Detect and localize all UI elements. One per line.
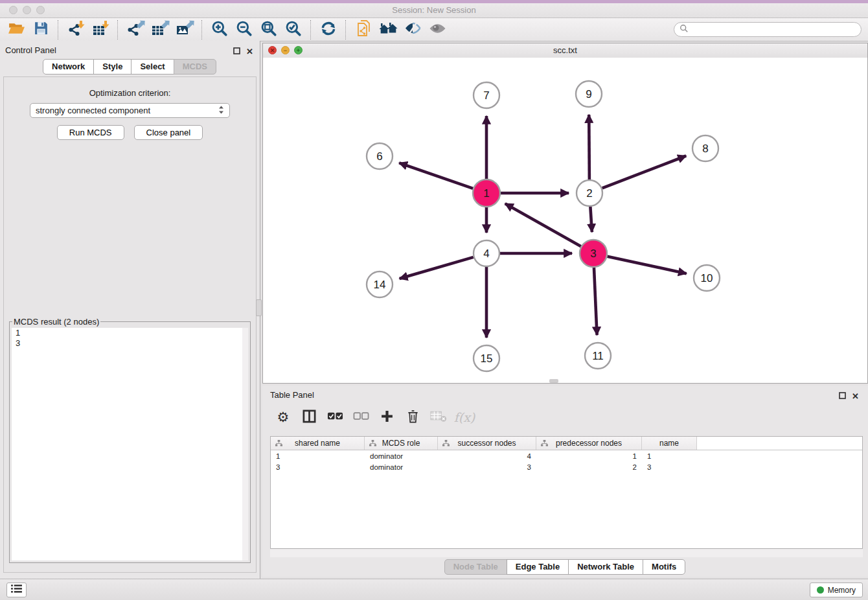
table-cell: 4 — [438, 450, 536, 461]
table-toolbar: ⚙f(x) — [271, 404, 476, 431]
node-label-8: 8 — [702, 143, 708, 155]
node-label-9: 9 — [586, 88, 591, 100]
tab-node-table[interactable]: Node Table — [444, 559, 507, 575]
close-table-panel-icon[interactable]: ✕ — [852, 393, 859, 400]
refresh-button[interactable] — [316, 19, 341, 40]
node-label-15: 15 — [481, 352, 493, 365]
open-session-button[interactable] — [4, 19, 29, 40]
import-table-button[interactable] — [88, 19, 113, 40]
export-table-button[interactable] — [148, 19, 172, 40]
settings-gear-button[interactable]: ⚙ — [271, 406, 295, 428]
memory-button[interactable]: Memory — [810, 583, 863, 597]
edge-2-3[interactable] — [590, 207, 592, 232]
network-canvas[interactable]: 7968124314101511 — [263, 58, 867, 383]
zoom-in-button[interactable] — [207, 19, 232, 40]
criterion-select[interactable]: strongly connected component — [30, 103, 230, 118]
share-document-icon — [356, 19, 371, 40]
search-box[interactable] — [674, 22, 862, 37]
delete-column-icon — [407, 409, 419, 426]
add-column-button[interactable] — [375, 406, 398, 428]
horizontal-splitter-handle[interactable] — [549, 379, 558, 383]
node-label-1: 1 — [483, 187, 489, 200]
node-label-4: 4 — [483, 248, 489, 260]
column-header-MCDS-role[interactable]: MCDS role — [365, 437, 438, 450]
mcds-result-line: 1 — [12, 328, 248, 338]
toolbar-separator — [117, 20, 119, 40]
edge-2-9[interactable] — [589, 115, 589, 179]
tab-mcds[interactable]: MCDS — [174, 59, 216, 75]
edge-1-6[interactable] — [399, 163, 473, 188]
control-panel: Control Panel ✕ NetworkStyleSelectMCDS O… — [0, 41, 260, 579]
export-network-button[interactable] — [123, 19, 148, 40]
save-session-button[interactable] — [29, 19, 53, 40]
zoom-fit-button[interactable] — [257, 19, 281, 40]
column-label: name — [659, 439, 679, 448]
close-panel-icon[interactable]: ✕ — [246, 48, 253, 55]
tab-select[interactable]: Select — [131, 59, 174, 75]
import-network-button[interactable] — [63, 19, 88, 40]
edge-3-1[interactable] — [505, 203, 581, 246]
select-all-checks-icon — [327, 411, 343, 424]
home-button[interactable] — [376, 19, 400, 40]
network-window-titlebar[interactable]: ✕ − + scc.txt — [263, 43, 867, 58]
export-network-icon — [126, 20, 145, 40]
mcds-result-list[interactable]: 13 — [12, 328, 248, 560]
control-panel-tabs: NetworkStyleSelectMCDS — [0, 59, 260, 75]
column-header-successor-nodes[interactable]: successor nodes — [438, 437, 536, 450]
application-window: Session: New Session Control Panel ✕ Net… — [0, 0, 868, 600]
vertical-splitter-handle[interactable] — [256, 299, 262, 316]
result-scrollbar[interactable] — [242, 328, 248, 560]
hierarchy-icon — [275, 439, 282, 449]
table-row[interactable]: 3dominator323 — [271, 461, 862, 472]
column-header-shared-name[interactable]: shared name — [271, 437, 365, 450]
edge-3-11[interactable] — [594, 268, 597, 335]
table-cell: 1 — [642, 450, 697, 461]
close-panel-button[interactable]: Close panel — [134, 125, 203, 140]
float-panel-icon[interactable] — [233, 45, 240, 57]
node-label-10: 10 — [701, 272, 713, 284]
table-cell: 3 — [642, 461, 697, 472]
node-label-6: 6 — [376, 150, 382, 163]
table-row[interactable]: 1dominator411 — [271, 450, 862, 461]
edge-4-14[interactable] — [400, 257, 474, 279]
table-cell: 2 — [536, 461, 642, 472]
toggle-columns-button[interactable] — [297, 406, 321, 428]
tab-network-table[interactable]: Network Table — [568, 559, 643, 575]
zoom-out-button[interactable] — [232, 19, 257, 40]
show-details-button[interactable] — [425, 19, 450, 40]
node-table: shared nameMCDS rolesuccessor nodesprede… — [270, 436, 863, 549]
tab-network[interactable]: Network — [43, 59, 94, 75]
search-input[interactable] — [692, 25, 856, 35]
float-table-panel-icon[interactable] — [839, 390, 846, 402]
table-hscrollbar[interactable] — [270, 549, 863, 557]
toolbar-separator — [310, 20, 312, 40]
task-history-button[interactable] — [6, 583, 27, 597]
tab-style[interactable]: Style — [93, 59, 131, 75]
column-header-name[interactable]: name — [642, 437, 697, 450]
export-table-icon — [151, 20, 170, 40]
tab-edge-table[interactable]: Edge Table — [507, 559, 569, 575]
show-details-icon — [429, 23, 446, 37]
import-table-icon — [92, 20, 109, 40]
zoom-selected-button[interactable] — [281, 19, 306, 40]
window-title: Session: New Session — [0, 5, 868, 15]
edge-3-10[interactable] — [607, 257, 686, 274]
memory-label: Memory — [828, 586, 856, 595]
zoom-out-icon — [236, 20, 253, 40]
column-header-predecessor-nodes[interactable]: predecessor nodes — [536, 437, 642, 450]
export-image-button[interactable] — [172, 19, 197, 40]
deselect-all-checks-button[interactable] — [349, 406, 372, 428]
import-network-icon — [67, 20, 85, 40]
share-document-button[interactable] — [351, 19, 376, 40]
tab-motifs[interactable]: Motifs — [643, 559, 685, 575]
delete-column-button[interactable] — [401, 406, 424, 428]
edge-2-8[interactable] — [602, 156, 687, 189]
status-bar: Memory — [0, 579, 868, 600]
node-label-7: 7 — [483, 89, 489, 102]
hierarchy-icon — [369, 439, 376, 449]
network-graph[interactable]: 7968124314101511 — [263, 58, 867, 383]
run-mcds-button[interactable]: Run MCDS — [57, 125, 124, 140]
table-cell: dominator — [365, 461, 438, 472]
hide-details-button[interactable] — [400, 19, 425, 40]
select-all-checks-button[interactable] — [323, 406, 347, 428]
